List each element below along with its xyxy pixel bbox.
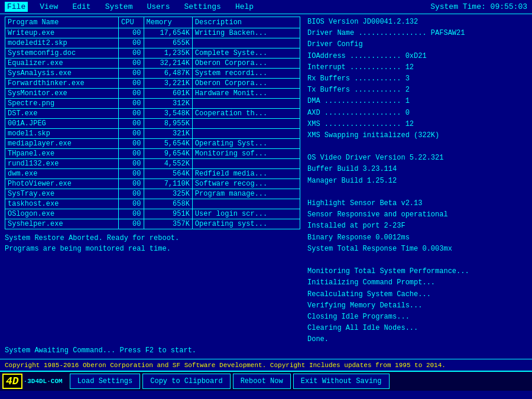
info-line: BIOS Version JD00041.2.132 [307,17,527,28]
info-line: DMA .................. 1 [307,96,527,107]
process-memory: 4,552K [144,159,192,169]
table-row: rundl132.exe004,552K [5,159,300,169]
process-description: Complete Syste... [192,48,300,59]
info-line: Done. [307,334,527,345]
table-row: modeledit2.skp00655K [5,38,300,48]
logo-text: ·3D4DL·COM [24,378,63,385]
process-description: User login scr... [192,209,300,219]
process-memory: 325K [144,189,192,199]
table-row: PhotoViewer.exe007,110KSoftware recog... [5,179,300,189]
process-cpu: 00 [119,109,144,119]
process-description [192,129,300,139]
reboot-now-button[interactable]: Reboot Now [233,374,291,389]
process-cpu: 00 [119,199,144,209]
process-memory: 321K [144,129,192,139]
table-row: model1.skp00321K [5,129,300,139]
menu-file[interactable]: File [5,2,28,12]
process-cpu: 00 [119,219,144,229]
col-description: Description [192,17,300,28]
process-name: 001A.JPEG [5,119,119,129]
process-description: Cooperation th... [192,109,300,119]
process-name: Syshelper.exe [5,219,119,229]
info-line: Rx Buffers ........... 3 [307,73,527,85]
info-line: Manager Build 1.25.12 [307,176,527,187]
main-content: Program Name CPU Memory Description Writ… [0,14,532,342]
table-row: SysTray.exe00325KProgram manage... [5,189,300,199]
process-cpu: 00 [119,119,144,129]
info-line: Closing Idle Programs... [307,312,527,323]
info-line: Initializing Command Prompt... [307,277,527,288]
process-description [192,119,300,129]
info-line: Highlight Sensor Beta v2.13 [307,198,527,209]
process-memory: 32,214K [144,59,192,69]
info-line: Recalculating System Cache... [307,289,527,300]
process-memory: 5,654K [144,139,192,149]
process-table: Program Name CPU Memory Description Writ… [5,17,300,229]
info-line: OS Video Driver Version 5.22.321 [307,153,527,164]
system-time: System Time: 09:55:03 [430,2,527,11]
process-cpu: 00 [119,149,144,159]
menu-items: File View Edit System Users Settings Hel… [5,2,256,12]
process-memory: 3,221K [144,79,192,89]
status-message: Programs are being monitored real time. [5,244,300,254]
menu-view[interactable]: View [37,2,60,12]
process-memory: 9,654K [144,149,192,159]
info-line: Tx Buffers ........... 2 [307,85,527,96]
process-cpu: 00 [119,99,144,109]
table-row: THpanel.exe009,654KMonitoring sof... [5,149,300,159]
process-name: SysMonitor.exe [5,89,119,99]
load-settings-button[interactable]: Load Settings [70,374,141,389]
info-line: Verifying Memory Details... [307,300,527,312]
process-name: Spectre.png [5,99,119,109]
info-line [307,255,527,266]
process-cpu: 00 [119,189,144,199]
copy-to-clipboard-button[interactable]: Copy to Clipboard [142,374,230,389]
table-row: SysAnalysis.exe006,487KSystem recordi... [5,69,300,79]
process-name: model1.skp [5,129,119,139]
menu-system[interactable]: System [103,2,135,12]
process-description [192,159,300,169]
left-panel: Program Name CPU Memory Description Writ… [5,17,300,340]
process-cpu: 00 [119,38,144,48]
process-memory: 564K [144,169,192,179]
process-memory: 357K [144,219,192,229]
copyright-bar: Copyright 1985-2016 Oberon Corporation a… [0,359,532,371]
process-memory: 658K [144,199,192,209]
table-row: Systemconfig.doc001,235KComplete Syste..… [5,48,300,59]
menu-edit[interactable]: Edit [70,2,93,12]
right-panel: BIOS Version JD00041.2.132Driver Name ..… [305,17,527,340]
process-description [192,199,300,209]
process-cpu: 00 [119,129,144,139]
process-cpu: 00 [119,209,144,219]
col-program-name: Program Name [5,17,119,28]
table-row: SysMonitor.exe00601KHardware Monit... [5,89,300,99]
menu-help[interactable]: Help [233,2,256,12]
button-bar: 4D ·3D4DL·COM Load SettingsCopy to Clipb… [0,371,532,391]
process-cpu: 00 [119,89,144,99]
table-row: Syshelper.exe00357KOperating syst... [5,219,300,229]
process-memory: 951K [144,209,192,219]
info-line: XMS .................. 12 [307,119,527,130]
process-memory: 8,955K [144,119,192,129]
status-message: System Restore Aborted. Ready for reboot… [5,233,300,244]
process-description: Writing Backen... [192,28,300,38]
process-name: dwm.exe [5,169,119,179]
process-name: DST.exe [5,109,119,119]
table-row: Writeup.exe0017,654KWriting Backen... [5,28,300,38]
status-messages: System Restore Aborted. Ready for reboot… [5,233,300,254]
process-name: mediaplayer.exe [5,139,119,149]
table-row: Forwardthinker.exe003,221KOberon Corpora… [5,79,300,89]
logo-area: 4D ·3D4DL·COM [2,374,63,389]
menu-settings[interactable]: Settings [181,2,223,12]
info-line [307,141,527,153]
table-row: Spectre.png00312K [5,99,300,109]
process-name: Forwardthinker.exe [5,79,119,89]
info-line: Driver Name ................ PAFSAW21 [307,28,527,39]
menu-users[interactable]: Users [144,2,172,12]
exit-without-saving-button[interactable]: Exit Without Saving [293,374,390,389]
process-memory: 3,548K [144,109,192,119]
system-time-label: System Time: [430,2,486,11]
info-line: Driver Config [307,39,527,50]
info-line: XMS Swapping initialized (322K) [307,130,527,141]
process-description [192,38,300,48]
